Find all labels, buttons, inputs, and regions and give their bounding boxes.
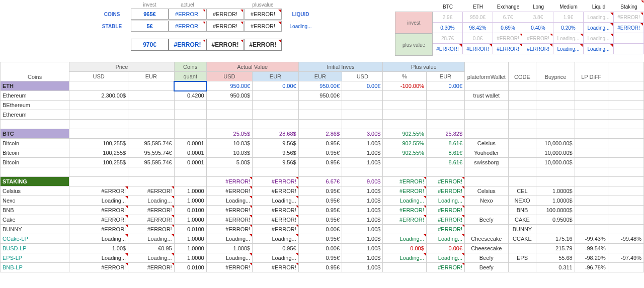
cell[interactable] <box>508 263 536 272</box>
cell[interactable]: Loading... <box>383 253 426 263</box>
cell[interactable]: 0.95€ <box>298 158 342 167</box>
cell[interactable]: #ERROR! <box>69 263 128 272</box>
cell[interactable]: Cheesecake <box>465 244 508 253</box>
cell[interactable] <box>128 101 175 110</box>
cell[interactable]: 1.0000$ <box>536 186 575 196</box>
cell[interactable]: #ERROR! <box>206 225 253 234</box>
table-row[interactable] <box>1 120 644 129</box>
cell[interactable] <box>383 101 426 110</box>
table-row[interactable]: NexoLoading...Loading...1.0000Loading...… <box>1 196 644 206</box>
cell[interactable]: 10.03$ <box>206 148 253 158</box>
cell[interactable]: Loading... <box>206 196 253 206</box>
cell[interactable]: 0.9500$ <box>536 215 575 225</box>
cell[interactable]: -97.49% <box>608 253 643 263</box>
cell[interactable]: €0.95 <box>128 244 175 253</box>
cell[interactable]: -96.78% <box>575 263 608 272</box>
cell[interactable]: 10,000.00$ <box>536 148 575 158</box>
cell[interactable] <box>608 225 643 234</box>
coin-name[interactable]: Celsius <box>1 186 69 196</box>
coin-name[interactable]: BUNNY <box>1 225 69 234</box>
table-row[interactable]: Bitcoin100,255$95,595.74€0.00015.00$9.56… <box>1 158 644 167</box>
cell[interactable]: Youhodler <box>465 148 508 158</box>
cell[interactable]: 0.95€ <box>253 244 299 253</box>
cell[interactable]: #ERROR! <box>426 225 464 234</box>
cell[interactable]: 0.00€ <box>253 81 299 91</box>
cell[interactable]: 0.95€ <box>298 196 342 206</box>
cell[interactable]: CCAKE <box>508 234 536 244</box>
cell[interactable]: 1.0000 <box>174 253 206 263</box>
cell[interactable]: #ERROR! <box>253 215 299 225</box>
cell[interactable]: 10,000.00$ <box>536 158 575 167</box>
coin-name[interactable]: EPS-LP <box>1 253 69 263</box>
cell[interactable]: swissborg <box>465 158 508 167</box>
summary-cell[interactable]: Loading... <box>584 12 614 23</box>
cell[interactable] <box>536 101 575 110</box>
cell[interactable] <box>206 101 253 110</box>
cell[interactable] <box>69 101 128 110</box>
summary-cell[interactable]: 2.9€ <box>433 12 463 23</box>
cell[interactable] <box>508 91 536 101</box>
cell[interactable]: 0.00€ <box>298 225 342 234</box>
cell[interactable]: #ERROR! <box>253 206 299 215</box>
cell[interactable] <box>608 110 643 120</box>
cell[interactable] <box>465 110 508 120</box>
cell[interactable]: 6.67€ <box>298 177 342 186</box>
cell[interactable]: 902.55% <box>383 139 426 148</box>
cell[interactable]: 100,255$ <box>69 139 128 148</box>
cell[interactable]: 1.00$ <box>342 253 383 263</box>
cell[interactable]: 1.0000 <box>174 215 206 225</box>
cell[interactable] <box>575 139 608 148</box>
cell[interactable]: 9.00$ <box>342 177 383 186</box>
cell[interactable]: NEXO <box>508 196 536 206</box>
table-row[interactable]: Ethereum <box>1 110 644 120</box>
cell[interactable]: 10.03$ <box>206 139 253 148</box>
cell[interactable]: Beefy <box>465 263 508 272</box>
cell[interactable] <box>298 101 342 110</box>
cell[interactable]: 8.61€ <box>426 158 464 167</box>
cell[interactable] <box>608 263 643 272</box>
cell[interactable] <box>608 139 643 148</box>
cell[interactable]: 0.00€ <box>426 244 464 253</box>
cell[interactable] <box>608 101 643 110</box>
cell[interactable] <box>608 177 643 186</box>
summary-cell[interactable]: Loading... <box>553 33 584 44</box>
cell[interactable]: 1.0000$ <box>536 196 575 206</box>
total-pv[interactable]: #ERROR! <box>244 39 282 51</box>
cell[interactable] <box>465 101 508 110</box>
cell[interactable]: 1.0000 <box>174 196 206 206</box>
cell[interactable]: 5.00$ <box>206 158 253 167</box>
cell[interactable]: 2,300.00$ <box>69 91 128 101</box>
cell[interactable]: 0.95€ <box>298 215 342 225</box>
summary-cell[interactable]: 1.9€ <box>553 12 584 23</box>
table-row[interactable]: BNB#ERROR!#ERROR!0.0100#ERROR!#ERROR!0.9… <box>1 206 644 215</box>
cell[interactable]: 950.00€ <box>206 81 253 91</box>
cell[interactable] <box>608 91 643 101</box>
cell[interactable]: 1.00$ <box>342 234 383 244</box>
cell[interactable]: #ERROR! <box>128 215 175 225</box>
cell[interactable]: 1.00$ <box>342 215 383 225</box>
cell[interactable]: Loading... <box>426 196 464 206</box>
coin-name[interactable]: ETH <box>1 81 69 91</box>
cell[interactable]: #ERROR! <box>128 186 175 196</box>
cell[interactable]: #ERROR! <box>253 263 299 272</box>
cell[interactable] <box>383 158 426 167</box>
summary-cell[interactable]: 98.42% <box>463 22 493 33</box>
cell[interactable] <box>575 186 608 196</box>
cell[interactable] <box>426 91 464 101</box>
stable-c2[interactable]: #ERROR! <box>206 21 244 32</box>
cell[interactable] <box>69 177 128 186</box>
cell[interactable]: 1.00$ <box>342 148 383 158</box>
cell[interactable] <box>575 129 608 139</box>
coin-name[interactable]: Bitcoin <box>1 139 69 148</box>
cell[interactable]: 0.0001 <box>174 148 206 158</box>
cell[interactable]: #ERROR! <box>426 177 464 186</box>
summary-cell[interactable]: 28.7€ <box>433 33 463 44</box>
cell[interactable]: 1.0000 <box>174 234 206 244</box>
cell[interactable]: 902.55% <box>383 148 426 158</box>
cell[interactable] <box>206 110 253 120</box>
summary-cell[interactable]: Loading... <box>584 22 614 33</box>
table-row[interactable]: Cake#ERROR!#ERROR!1.0000#ERROR!#ERROR!0.… <box>1 215 644 225</box>
cell[interactable] <box>508 129 536 139</box>
cell[interactable]: #ERROR! <box>206 177 253 186</box>
coins-c2[interactable]: #ERROR! <box>206 9 244 20</box>
